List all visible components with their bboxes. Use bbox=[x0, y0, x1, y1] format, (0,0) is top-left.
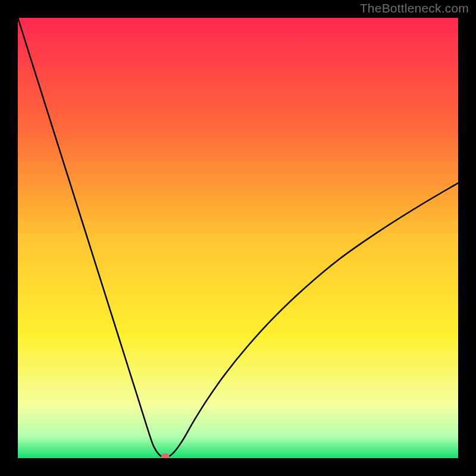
watermark-text: TheBottleneck.com bbox=[360, 1, 469, 15]
chart-frame: TheBottleneck.com bbox=[0, 0, 476, 476]
bottleneck-chart bbox=[18, 18, 458, 458]
plot-background bbox=[18, 18, 458, 458]
